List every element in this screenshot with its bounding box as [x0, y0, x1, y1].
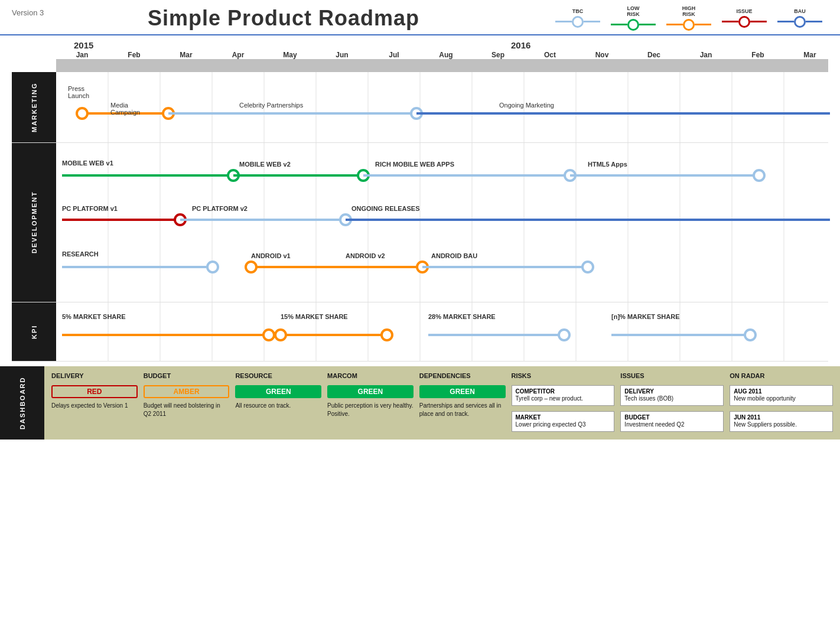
month-oct: Oct — [524, 51, 576, 59]
resource-header: RESOURCE — [235, 372, 321, 379]
version-label: Version 3 — [12, 8, 44, 17]
kpi-svg: 5% MARKET SHARE 15% MARKET SHARE 28% MAR… — [56, 302, 836, 362]
svg-text:15% MARKET SHARE: 15% MARKET SHARE — [281, 313, 348, 320]
radar-1-title: AUG 2011 — [734, 388, 829, 395]
svg-text:HTML5 Apps: HTML5 Apps — [588, 161, 627, 168]
svg-text:Celebrity Partnerships: Celebrity Partnerships — [239, 102, 304, 109]
radar-2-title: JUN 2011 — [734, 414, 829, 421]
issues-col: ISSUES DELIVERY Tech issues (BOB) BUDGET… — [620, 372, 724, 434]
svg-text:ONGOING RELEASES: ONGOING RELEASES — [351, 205, 420, 212]
development-section: DEVELOPMENT MOBILE WEB v1 — [12, 143, 828, 302]
svg-point-95 — [559, 330, 569, 340]
dashboard-content: DELIVERY RED Delays expected to Version … — [44, 366, 840, 440]
resource-text: All resource on track. — [235, 402, 321, 410]
legend-issue: ISSUE — [722, 9, 767, 28]
month-jul: Jul — [368, 51, 420, 59]
svg-text:ANDROID v1: ANDROID v1 — [251, 252, 291, 259]
legend-low-risk-label: LOWRISK — [627, 6, 640, 18]
delivery-text: Delays expected to Version 1 — [51, 402, 138, 410]
marketing-content: Press Launch Media Campaign Celebrity Pa… — [56, 72, 828, 142]
risk-2-title: MARKET — [516, 414, 611, 421]
svg-point-71 — [582, 262, 593, 272]
issue-item-1: DELIVERY Tech issues (BOB) — [620, 385, 724, 406]
development-content: MOBILE WEB v1 MOBILE WEB v2 RICH MOBILE … — [56, 143, 828, 302]
month-row: Jan Feb Mar Apr May Jun Jul Aug Sep Oct … — [12, 51, 828, 59]
budget-header: BUDGET — [144, 372, 230, 379]
svg-text:Media: Media — [110, 102, 129, 109]
svg-point-92 — [382, 330, 392, 340]
year-2015: 2015 — [56, 40, 505, 51]
svg-text:PC PLATFORM v2: PC PLATFORM v2 — [192, 205, 248, 212]
svg-point-91 — [275, 330, 286, 340]
radar-1-text: New mobile opportunity — [734, 395, 829, 403]
month-dec: Dec — [628, 51, 680, 59]
risk-1-text: Tyrell corp – new product. — [516, 395, 611, 403]
marcom-text: Public perception is very healthy. Posit… — [327, 402, 414, 418]
legend-low-risk: LOWRISK — [611, 6, 656, 31]
development-svg: MOBILE WEB v1 MOBILE WEB v2 RICH MOBILE … — [56, 143, 836, 302]
legend-bau: BAU — [777, 9, 822, 28]
issue-2-text: Investment needed Q2 — [624, 421, 719, 429]
marketing-grid: Press Launch Media Campaign Celebrity Pa… — [56, 72, 836, 143]
svg-point-88 — [263, 330, 274, 340]
radar-2-text: New Suppliers possible. — [734, 421, 829, 429]
svg-text:RICH MOBILE WEB APPS: RICH MOBILE WEB APPS — [375, 161, 454, 168]
month-jan: Jan — [56, 51, 108, 59]
month-feb: Feb — [108, 51, 160, 59]
page-title: Simple Product Roadmap — [12, 6, 555, 31]
year-row: 2015 2016 — [12, 40, 828, 51]
legend-high-risk: HIGHRISK — [666, 6, 711, 31]
legend-issue-label: ISSUE — [736, 9, 752, 15]
svg-point-62 — [207, 262, 218, 272]
resource-col: RESOURCE GREEN All resource on track. — [235, 372, 321, 434]
year-2016: 2016 — [505, 40, 765, 51]
month-aug: Aug — [420, 51, 472, 59]
svg-text:PC PLATFORM v1: PC PLATFORM v1 — [62, 205, 118, 212]
resource-badge: GREEN — [235, 385, 321, 398]
marcom-header: MARCOM — [327, 372, 414, 379]
svg-text:MOBILE WEB v1: MOBILE WEB v1 — [62, 160, 113, 167]
svg-point-98 — [745, 330, 756, 340]
dashboard-label: DASHBOARD — [0, 366, 44, 440]
risks-col: RISKS COMPETITOR Tyrell corp – new produ… — [512, 372, 615, 434]
risks-header: RISKS — [512, 372, 615, 379]
month-sep: Sep — [472, 51, 524, 59]
issue-1-text: Tech issues (BOB) — [624, 395, 719, 403]
budget-col: BUDGET AMBER Budget will need bolstering… — [144, 372, 230, 434]
risk-2-text: Lower pricing expected Q3 — [516, 421, 611, 429]
header: Version 3 Simple Product Roadmap TBC LOW… — [0, 0, 840, 35]
month-mar: Mar — [160, 51, 212, 59]
svg-text:Campaign: Campaign — [110, 109, 140, 116]
svg-text:28% MARKET SHARE: 28% MARKET SHARE — [428, 313, 496, 320]
year-2015-label: 2015 — [74, 40, 93, 50]
month-jun: Jun — [316, 51, 368, 59]
year-2016-label: 2016 — [511, 40, 530, 50]
timeline-container: 2015 2016 Jan Feb Mar Apr May Jun Jul Au… — [0, 40, 840, 362]
risk-1-title: COMPETITOR — [516, 388, 611, 395]
svg-point-65 — [246, 262, 256, 272]
svg-text:5% MARKET SHARE: 5% MARKET SHARE — [62, 313, 126, 320]
legend-tbc-label: TBC — [572, 9, 584, 15]
svg-text:Press: Press — [68, 85, 85, 92]
risk-item-1: COMPETITOR Tyrell corp – new product. — [512, 385, 615, 406]
svg-text:Launch: Launch — [68, 92, 89, 99]
svg-text:ANDROID BAU: ANDROID BAU — [431, 252, 477, 259]
dependencies-text: Partnerships and services all in place a… — [419, 402, 506, 418]
svg-text:[n]% MARKET SHARE: [n]% MARKET SHARE — [611, 313, 680, 320]
delivery-badge: RED — [51, 385, 138, 398]
radar-item-2: JUN 2011 New Suppliers possible. — [730, 411, 833, 432]
marketing-section: MARKETING Press — [12, 72, 828, 143]
month-may: May — [264, 51, 316, 59]
legend-bau-label: BAU — [794, 9, 806, 15]
legend: TBC LOWRISK HIGHRISK — [555, 6, 828, 31]
legend-high-risk-label: HIGHRISK — [682, 6, 696, 18]
issues-header: ISSUES — [620, 372, 724, 379]
dependencies-header: DEPENDENCIES — [419, 372, 506, 379]
delivery-col: DELIVERY RED Delays expected to Version … — [51, 372, 138, 434]
month-feb2016: Feb — [732, 51, 784, 59]
month-mar2016: Mar — [784, 51, 836, 59]
marketing-label: MARKETING — [12, 72, 56, 142]
issue-item-2: BUDGET Investment needed Q2 — [620, 411, 724, 432]
budget-badge: AMBER — [144, 385, 230, 398]
svg-text:RESEARCH: RESEARCH — [62, 250, 99, 258]
